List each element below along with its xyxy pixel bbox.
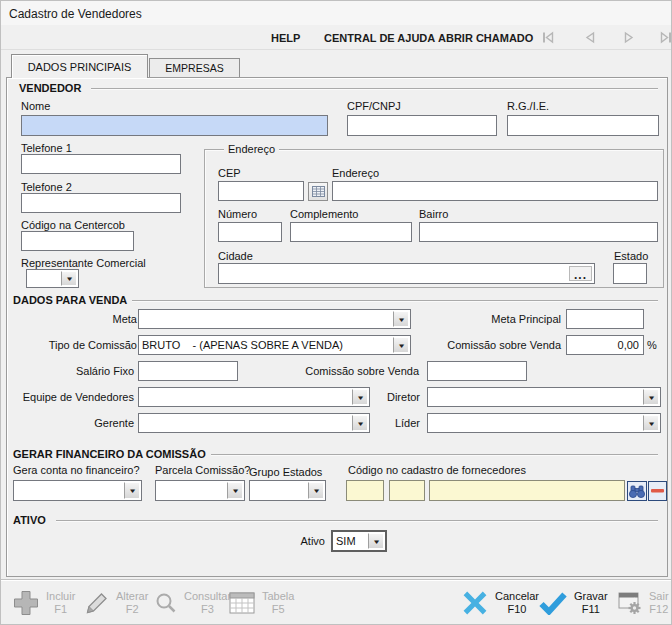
comissao-sobre-venda-input[interactable] [427, 361, 527, 381]
dropdown-arrow-icon: ▼ [124, 482, 140, 499]
dropdown-arrow-icon: ▼ [643, 389, 659, 405]
section-gerar-financeiro: GERAR FINANCEIRO DA COMISSÃO [13, 448, 211, 460]
grupo-estados-label: Grupo Estados [249, 466, 322, 478]
first-record-icon [540, 30, 556, 45]
tipo-comissao-select[interactable]: BRUTO - (APENAS SOBRE A VENDA) ▼ [138, 335, 411, 355]
parcela-comissao-select[interactable]: ▼ [155, 480, 245, 501]
dropdown-arrow-icon: ▼ [393, 337, 409, 353]
estado-input[interactable] [613, 263, 647, 284]
fornecedor-clear-button[interactable] [648, 481, 667, 501]
menu-abrir-chamado[interactable]: ABRIR CHAMADO [438, 32, 533, 44]
dropdown-arrow-icon: ▼ [368, 533, 384, 549]
rg-ie-input[interactable] [507, 115, 659, 136]
fornecedor-codigo-input[interactable] [346, 480, 384, 501]
numero-input[interactable] [218, 222, 282, 242]
nav-previous-button[interactable] [582, 30, 598, 46]
fornecedor-nome-input[interactable] [429, 480, 625, 501]
tabela-button[interactable]: TabelaF5 [229, 583, 294, 623]
numero-label: Número [218, 208, 257, 220]
nav-first-button[interactable] [540, 30, 556, 46]
next-record-icon [621, 30, 637, 45]
percent-suffix: % [647, 339, 657, 351]
endereco-group-title: Endereço [224, 143, 279, 155]
representante-comercial-select[interactable]: ▼ [26, 269, 79, 288]
meta-select[interactable]: ▼ [138, 309, 411, 329]
gravar-button[interactable]: GravarF11 [539, 583, 608, 623]
tipo-comissao-label: Tipo de Comissão [17, 339, 137, 351]
bairro-label: Bairro [419, 208, 448, 220]
comissao-sobre-venda-pct-label: Comissão sobre Venda [441, 339, 561, 351]
representante-comercial-label: Representante Comercial [21, 257, 146, 269]
fornecedor-search-button[interactable] [627, 481, 647, 501]
bairro-input[interactable] [419, 222, 658, 242]
binoculars-icon [628, 484, 646, 499]
cep-lookup-button[interactable] [308, 182, 328, 201]
diretor-select[interactable]: ▼ [427, 387, 661, 407]
sair-button[interactable]: SairF12 [618, 583, 669, 623]
diretor-label: Diretor [301, 391, 420, 403]
cancelar-button[interactable]: CancelarF10 [462, 583, 539, 623]
check-icon [539, 591, 567, 615]
incluir-button[interactable]: IncluirF1 [13, 583, 75, 623]
complemento-input[interactable] [290, 222, 412, 242]
section-financeiro-line [206, 454, 658, 455]
nome-label: Nome [21, 100, 50, 112]
tab-dados-principais[interactable]: DADOS PRINCIPAIS [11, 54, 148, 78]
cep-input[interactable] [218, 181, 304, 201]
ativo-select[interactable]: SIM ▼ [331, 530, 387, 552]
telefone2-input[interactable] [21, 193, 181, 213]
salario-fixo-label: Salário Fixo [15, 365, 134, 377]
window-title: Cadastro de Vendedores [9, 7, 142, 21]
salario-fixo-input[interactable] [138, 361, 238, 381]
estado-label: Estado [614, 250, 648, 262]
nome-input[interactable] [21, 115, 328, 136]
exit-window-icon [618, 592, 642, 615]
previous-record-icon [582, 30, 598, 45]
dropdown-arrow-icon: ▼ [308, 482, 324, 499]
meta-principal-input[interactable] [566, 309, 644, 329]
section-ativo: ATIVO [13, 514, 51, 526]
alterar-button[interactable]: AlterarF2 [85, 583, 148, 623]
dropdown-arrow-icon: ▼ [643, 415, 659, 431]
tab-empresas[interactable]: EMPRESAS [149, 58, 240, 77]
cpf-cnpj-input[interactable] [347, 115, 497, 136]
nav-last-button[interactable] [658, 30, 672, 46]
rg-ie-label: R.G./I.E. [507, 100, 549, 112]
complemento-label: Complemento [290, 208, 358, 220]
gerente-label: Gerente [14, 417, 134, 429]
minus-icon [651, 489, 664, 493]
nav-next-button[interactable] [621, 30, 637, 46]
endereco-input[interactable] [332, 181, 658, 201]
fornecedor-loja-input[interactable] [389, 480, 425, 501]
codigo-centercob-input[interactable] [21, 231, 134, 251]
consultar-button[interactable]: ConsultarF3 [155, 583, 231, 623]
section-vendedor-line [91, 88, 658, 89]
meta-label: Meta [57, 313, 137, 325]
gera-conta-label: Gera conta no financeiro? [13, 464, 140, 476]
dropdown-arrow-icon: ▼ [227, 482, 243, 499]
telefone1-input[interactable] [21, 154, 181, 174]
grupo-estados-select[interactable]: ▼ [249, 480, 326, 501]
codigo-fornecedores-label: Código no cadastro de fornecedores [348, 464, 526, 476]
last-record-icon [658, 30, 672, 45]
gera-conta-select[interactable]: ▼ [13, 480, 142, 501]
telefone1-label: Telefone 1 [21, 142, 72, 154]
comissao-sobre-venda-pct-input[interactable]: 0,00 [566, 335, 644, 355]
lider-select[interactable]: ▼ [427, 413, 661, 433]
window: Cadastro de Vendedores HELP CENTRAL DE A… [0, 0, 672, 625]
grid-icon [312, 186, 325, 197]
comissao-sobre-venda-label: Comissão sobre Venda [299, 365, 419, 377]
equipe-vendedores-label: Equipe de Vendedores [14, 391, 134, 403]
cpf-cnpj-label: CPF/CNPJ [347, 100, 401, 112]
dropdown-arrow-icon: ▼ [61, 271, 77, 286]
cidade-input[interactable] [218, 263, 595, 284]
section-dados-para-venda: DADOS PARA VENDA [13, 294, 132, 306]
cidade-browse-button[interactable]: ... [569, 266, 592, 281]
menu-central-de-ajuda[interactable]: CENTRAL DE AJUDA [324, 32, 435, 44]
meta-principal-label: Meta Principal [441, 313, 561, 325]
menu-help[interactable]: HELP [271, 32, 300, 44]
search-icon [155, 592, 177, 614]
pencil-icon [85, 591, 109, 615]
dropdown-arrow-icon: ▼ [393, 311, 409, 327]
cidade-label: Cidade [218, 250, 253, 262]
